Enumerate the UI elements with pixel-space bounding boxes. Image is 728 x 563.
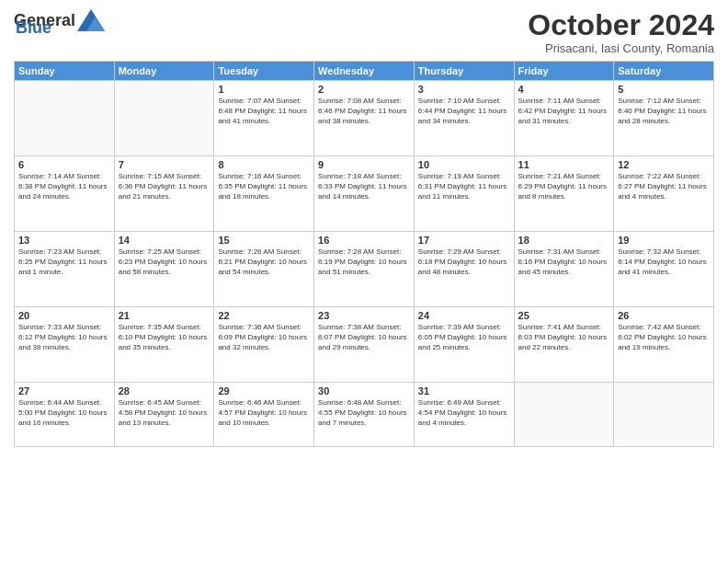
title-area: October 2024 Prisacani, Iasi County, Rom… <box>528 9 714 55</box>
day-info: Sunrise: 7:25 AM Sunset: 6:23 PM Dayligh… <box>119 247 210 277</box>
day-info: Sunrise: 7:19 AM Sunset: 6:31 PM Dayligh… <box>418 172 510 201</box>
day-number: 26 <box>618 310 710 321</box>
day-number: 13 <box>18 235 110 246</box>
day-info: Sunrise: 7:10 AM Sunset: 6:44 PM Dayligh… <box>418 97 510 126</box>
day-number: 31 <box>418 385 510 396</box>
table-row: 11Sunrise: 7:21 AM Sunset: 6:29 PM Dayli… <box>514 156 614 232</box>
day-number: 20 <box>18 310 110 321</box>
logo-blue-text: Blue <box>14 18 51 38</box>
subtitle: Prisacani, Iasi County, Romania <box>528 41 714 55</box>
day-info: Sunrise: 7:41 AM Sunset: 6:03 PM Dayligh… <box>518 323 610 352</box>
day-info: Sunrise: 7:12 AM Sunset: 6:40 PM Dayligh… <box>618 97 710 126</box>
day-number: 29 <box>218 385 310 396</box>
day-number: 23 <box>318 310 410 321</box>
day-info: Sunrise: 6:46 AM Sunset: 4:57 PM Dayligh… <box>218 398 310 428</box>
day-info: Sunrise: 7:22 AM Sunset: 6:27 PM Dayligh… <box>618 172 710 201</box>
day-number: 7 <box>119 159 210 170</box>
day-info: Sunrise: 7:31 AM Sunset: 6:16 PM Dayligh… <box>518 247 610 277</box>
table-row: 24Sunrise: 7:39 AM Sunset: 6:05 PM Dayli… <box>414 307 514 383</box>
table-row <box>114 81 214 156</box>
day-number: 28 <box>119 385 210 396</box>
calendar: Sunday Monday Tuesday Wednesday Thursday… <box>14 61 714 447</box>
day-info: Sunrise: 6:49 AM Sunset: 4:54 PM Dayligh… <box>418 398 510 428</box>
day-number: 30 <box>318 385 410 396</box>
header: General Blue October 2024 Prisacani, Ias… <box>14 9 714 55</box>
table-row: 27Sunrise: 6:44 AM Sunset: 5:00 PM Dayli… <box>15 383 115 447</box>
day-number: 24 <box>418 310 510 321</box>
table-row <box>614 383 714 447</box>
day-number: 5 <box>618 84 710 95</box>
day-info: Sunrise: 7:32 AM Sunset: 6:14 PM Dayligh… <box>618 247 710 277</box>
logo-area: General Blue <box>14 9 105 38</box>
logo-icon <box>77 9 105 31</box>
day-number: 6 <box>18 159 110 170</box>
table-row: 10Sunrise: 7:19 AM Sunset: 6:31 PM Dayli… <box>414 156 514 232</box>
day-info: Sunrise: 7:36 AM Sunset: 6:09 PM Dayligh… <box>218 323 310 352</box>
day-info: Sunrise: 6:44 AM Sunset: 5:00 PM Dayligh… <box>18 398 110 428</box>
table-row: 26Sunrise: 7:42 AM Sunset: 6:02 PM Dayli… <box>614 307 714 383</box>
table-row: 13Sunrise: 7:23 AM Sunset: 6:25 PM Dayli… <box>15 232 115 307</box>
day-number: 14 <box>119 235 210 246</box>
table-row: 18Sunrise: 7:31 AM Sunset: 6:16 PM Dayli… <box>514 232 614 307</box>
day-number: 25 <box>518 310 610 321</box>
day-number: 8 <box>218 159 310 170</box>
table-row: 6Sunrise: 7:14 AM Sunset: 6:38 PM Daylig… <box>15 156 115 232</box>
table-row: 21Sunrise: 7:35 AM Sunset: 6:10 PM Dayli… <box>114 307 214 383</box>
day-info: Sunrise: 7:33 AM Sunset: 6:12 PM Dayligh… <box>18 323 110 352</box>
month-title: October 2024 <box>528 9 714 41</box>
table-row: 20Sunrise: 7:33 AM Sunset: 6:12 PM Dayli… <box>15 307 115 383</box>
header-wednesday: Wednesday <box>314 62 415 81</box>
day-number: 27 <box>18 385 110 396</box>
day-number: 22 <box>218 310 310 321</box>
table-row: 1Sunrise: 7:07 AM Sunset: 6:48 PM Daylig… <box>214 81 314 156</box>
day-number: 1 <box>218 84 310 95</box>
day-number: 2 <box>318 84 410 95</box>
header-monday: Monday <box>114 62 214 81</box>
day-info: Sunrise: 7:38 AM Sunset: 6:07 PM Dayligh… <box>318 323 410 352</box>
table-row: 19Sunrise: 7:32 AM Sunset: 6:14 PM Dayli… <box>614 232 714 307</box>
day-info: Sunrise: 6:48 AM Sunset: 4:55 PM Dayligh… <box>318 398 410 428</box>
header-friday: Friday <box>514 62 614 81</box>
table-row: 8Sunrise: 7:16 AM Sunset: 6:35 PM Daylig… <box>214 156 314 232</box>
day-info: Sunrise: 7:29 AM Sunset: 6:18 PM Dayligh… <box>418 247 510 277</box>
table-row <box>15 81 115 156</box>
day-info: Sunrise: 7:07 AM Sunset: 6:48 PM Dayligh… <box>218 97 310 126</box>
table-row: 9Sunrise: 7:18 AM Sunset: 6:33 PM Daylig… <box>314 156 415 232</box>
header-saturday: Saturday <box>614 62 714 81</box>
table-row: 31Sunrise: 6:49 AM Sunset: 4:54 PM Dayli… <box>414 383 514 447</box>
day-info: Sunrise: 7:16 AM Sunset: 6:35 PM Dayligh… <box>218 172 310 201</box>
day-number: 15 <box>218 235 310 246</box>
table-row: 25Sunrise: 7:41 AM Sunset: 6:03 PM Dayli… <box>514 307 614 383</box>
table-row <box>514 383 614 447</box>
day-number: 9 <box>318 159 410 170</box>
day-number: 19 <box>618 235 710 246</box>
header-tuesday: Tuesday <box>214 62 314 81</box>
table-row: 7Sunrise: 7:15 AM Sunset: 6:36 PM Daylig… <box>114 156 214 232</box>
day-info: Sunrise: 7:42 AM Sunset: 6:02 PM Dayligh… <box>618 323 710 352</box>
table-row: 2Sunrise: 7:08 AM Sunset: 6:46 PM Daylig… <box>314 81 415 156</box>
table-row: 17Sunrise: 7:29 AM Sunset: 6:18 PM Dayli… <box>414 232 514 307</box>
day-number: 18 <box>518 235 610 246</box>
table-row: 30Sunrise: 6:48 AM Sunset: 4:55 PM Dayli… <box>314 383 415 447</box>
table-row: 23Sunrise: 7:38 AM Sunset: 6:07 PM Dayli… <box>314 307 415 383</box>
table-row: 12Sunrise: 7:22 AM Sunset: 6:27 PM Dayli… <box>614 156 714 232</box>
day-info: Sunrise: 7:39 AM Sunset: 6:05 PM Dayligh… <box>418 323 510 352</box>
day-info: Sunrise: 7:18 AM Sunset: 6:33 PM Dayligh… <box>318 172 410 201</box>
day-info: Sunrise: 7:28 AM Sunset: 6:19 PM Dayligh… <box>318 247 410 277</box>
day-info: Sunrise: 7:21 AM Sunset: 6:29 PM Dayligh… <box>518 172 610 201</box>
day-number: 12 <box>618 159 710 170</box>
header-thursday: Thursday <box>414 62 514 81</box>
day-number: 3 <box>418 84 510 95</box>
day-info: Sunrise: 7:15 AM Sunset: 6:36 PM Dayligh… <box>119 172 210 201</box>
table-row: 29Sunrise: 6:46 AM Sunset: 4:57 PM Dayli… <box>214 383 314 447</box>
day-number: 21 <box>119 310 210 321</box>
table-row: 15Sunrise: 7:26 AM Sunset: 6:21 PM Dayli… <box>214 232 314 307</box>
day-info: Sunrise: 7:11 AM Sunset: 6:42 PM Dayligh… <box>518 97 610 126</box>
day-number: 4 <box>518 84 610 95</box>
header-sunday: Sunday <box>15 62 115 81</box>
day-info: Sunrise: 7:08 AM Sunset: 6:46 PM Dayligh… <box>318 97 410 126</box>
table-row: 28Sunrise: 6:45 AM Sunset: 4:58 PM Dayli… <box>114 383 214 447</box>
day-info: Sunrise: 7:26 AM Sunset: 6:21 PM Dayligh… <box>218 247 310 277</box>
day-info: Sunrise: 7:35 AM Sunset: 6:10 PM Dayligh… <box>119 323 210 352</box>
table-row: 3Sunrise: 7:10 AM Sunset: 6:44 PM Daylig… <box>414 81 514 156</box>
